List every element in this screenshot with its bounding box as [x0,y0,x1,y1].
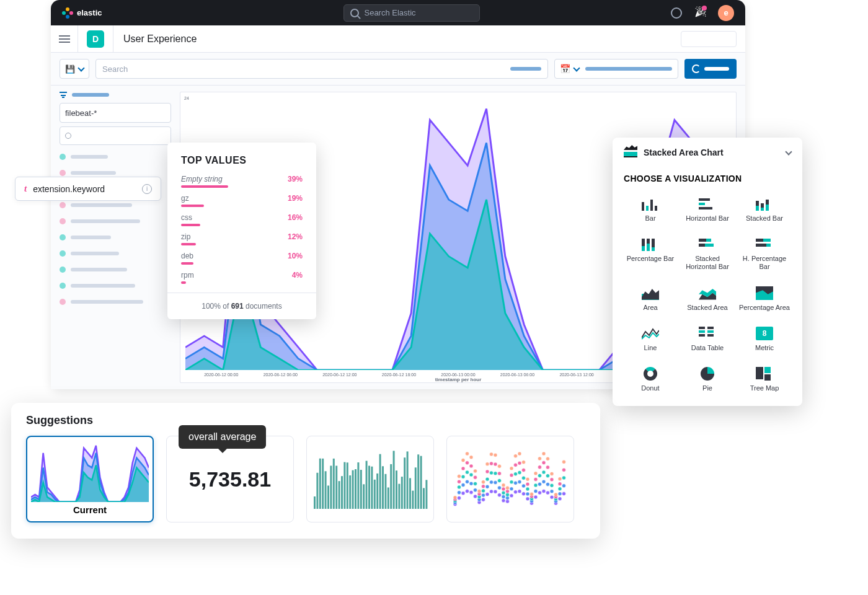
suggestion-bar[interactable] [306,436,434,522]
svg-point-181 [562,460,566,464]
suggestion-metric[interactable]: 5,735.81 [166,436,294,522]
svg-point-47 [458,496,461,500]
svg-point-104 [502,491,505,495]
svg-point-66 [469,455,473,459]
top-value-row[interactable]: zip12% [181,232,303,245]
date-picker[interactable]: 📅 [554,59,678,79]
svg-point-92 [494,490,497,493]
elastic-logo[interactable]: elastic [62,7,102,19]
svg-point-127 [522,491,526,495]
svg-point-122 [518,489,521,493]
field-search[interactable] [60,126,171,145]
svg-rect-9 [339,481,340,509]
kql-search[interactable]: Search [95,59,548,79]
news-icon[interactable] [694,7,706,19]
viz-option-tree-map[interactable]: Tree Map [738,363,791,396]
top-value-row[interactable]: gz19% [181,194,303,207]
svg-point-70 [474,475,477,479]
suggestion-current[interactable]: Current [26,436,154,522]
svg-rect-36 [412,490,414,508]
index-pattern-select[interactable]: filebeat-* [60,103,171,123]
svg-point-116 [510,466,513,470]
field-item[interactable] [60,232,171,243]
viz-option-stacked-area[interactable]: Stacked Area [681,283,734,315]
svg-point-172 [558,496,562,500]
svg-point-126 [518,452,521,456]
field-item[interactable] [60,264,171,275]
suggestions-title: Suggestions [26,414,585,427]
top-value-row[interactable]: css16% [181,213,303,226]
viz-option-percentage-bar[interactable]: Percentage Bar [624,234,677,275]
saved-query-button[interactable]: 💾 [60,59,89,79]
viz-option-line[interactable]: Line [624,323,677,356]
viz-option-data-table[interactable]: Data Table [681,323,734,356]
svg-point-149 [538,474,542,477]
svg-point-164 [550,483,554,487]
field-item[interactable] [60,280,171,291]
field-item[interactable] [60,200,171,211]
viz-option-percentage-area[interactable]: Percentage Area [738,283,791,315]
svg-point-165 [550,477,554,481]
field-item[interactable] [60,248,171,259]
top-value-row[interactable]: deb10% [181,252,303,265]
svg-rect-4 [325,471,327,509]
svg-point-94 [494,471,497,475]
field-item[interactable] [60,151,171,162]
filter-icon[interactable] [60,92,67,98]
svg-point-148 [538,482,542,486]
svg-point-124 [518,470,521,474]
svg-point-91 [490,452,494,456]
svg-point-147 [538,491,542,495]
vi-tree-icon [756,367,773,381]
svg-point-103 [502,495,505,498]
viz-option-stacked-horizontal-bar[interactable]: Stacked Horizontal Bar [681,234,734,275]
svg-rect-40 [423,488,425,509]
field-item[interactable] [60,296,171,307]
search-icon [350,9,359,17]
svg-point-114 [510,480,513,483]
svg-point-178 [562,483,566,487]
info-icon[interactable]: i [142,184,152,194]
field-popover[interactable]: t extension.keyword i [15,177,161,201]
viz-option-h-percentage-bar[interactable]: H. Percentage Bar [738,234,791,275]
field-type-icon [60,218,66,224]
viz-option-metric[interactable]: 8Metric [738,323,791,356]
viz-option-bar[interactable]: Bar [624,193,677,226]
refresh-button[interactable] [684,59,737,79]
svg-rect-7 [333,458,335,508]
svg-point-121 [514,454,518,457]
svg-rect-19 [366,461,368,508]
viz-option-donut[interactable]: Donut [624,363,677,396]
vi-parea-icon [756,286,773,300]
header-action[interactable] [681,31,737,47]
svg-point-90 [490,461,494,465]
top-value-row[interactable]: rpm4% [181,271,303,284]
page-title: User Experience [113,25,197,53]
svg-rect-31 [398,483,400,508]
viz-option-horizontal-bar[interactable]: Horizontal Bar [681,193,734,226]
svg-point-100 [498,471,502,475]
vi-donut-icon [644,367,657,381]
svg-rect-1 [316,472,318,508]
viz-option-pie[interactable]: Pie [681,363,734,396]
suggestion-scatter[interactable] [446,436,574,522]
help-icon[interactable] [671,7,682,19]
top-value-row[interactable]: Empty string39% [181,175,303,188]
viz-option-stacked-bar[interactable]: Stacked Bar [738,193,791,226]
refresh-icon [692,64,701,73]
svg-point-177 [562,491,566,495]
viz-type-selector[interactable]: Stacked Area Chart [624,148,791,166]
chevron-down-icon [573,64,580,71]
svg-point-62 [469,490,473,494]
user-avatar[interactable]: e [718,5,734,21]
svg-rect-20 [368,465,370,509]
svg-point-120 [514,463,518,467]
svg-point-87 [490,489,494,493]
viz-option-area[interactable]: Area [624,283,677,315]
svg-point-82 [485,492,489,496]
nav-toggle[interactable] [51,25,78,53]
vi-sarea-icon [699,286,716,300]
app-badge[interactable]: D [87,30,104,48]
field-item[interactable] [60,216,171,227]
global-search[interactable]: Search Elastic [343,4,480,22]
